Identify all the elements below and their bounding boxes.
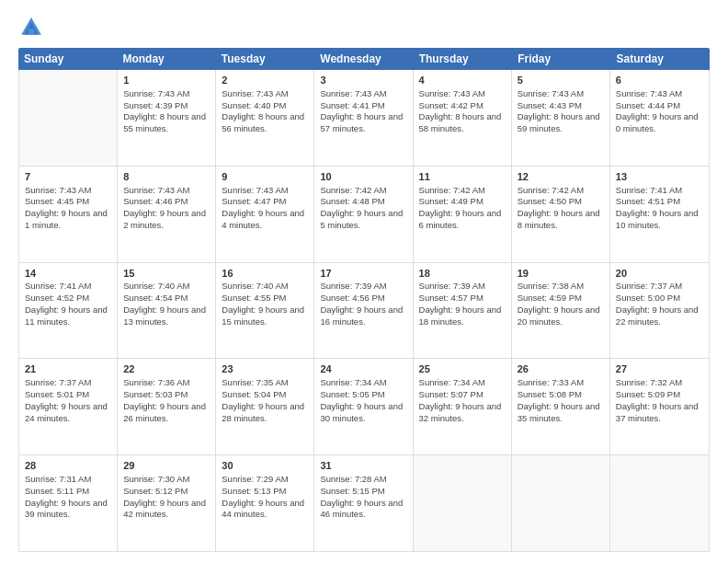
calendar-body: 1Sunrise: 7:43 AMSunset: 4:39 PMDaylight… bbox=[18, 70, 710, 552]
day-cell: 26Sunrise: 7:33 AMSunset: 5:08 PMDayligh… bbox=[512, 359, 610, 454]
day-info: Sunrise: 7:42 AMSunset: 4:48 PMDaylight:… bbox=[320, 185, 406, 232]
day-number: 7 bbox=[25, 170, 111, 184]
day-info: Sunrise: 7:43 AMSunset: 4:47 PMDaylight:… bbox=[222, 185, 308, 232]
header-cell-sunday: Sunday bbox=[18, 48, 117, 70]
day-cell: 18Sunrise: 7:39 AMSunset: 4:57 PMDayligh… bbox=[414, 263, 512, 359]
day-cell: 15Sunrise: 7:40 AMSunset: 4:54 PMDayligh… bbox=[118, 263, 216, 359]
day-number: 21 bbox=[25, 362, 111, 376]
day-cell: 19Sunrise: 7:38 AMSunset: 4:59 PMDayligh… bbox=[512, 263, 610, 359]
day-number: 12 bbox=[518, 170, 604, 184]
day-info: Sunrise: 7:43 AMSunset: 4:43 PMDaylight:… bbox=[518, 88, 604, 135]
week-row-3: 14Sunrise: 7:41 AMSunset: 4:52 PMDayligh… bbox=[19, 263, 709, 360]
logo-icon bbox=[18, 15, 44, 40]
header-cell-monday: Monday bbox=[117, 48, 215, 70]
day-cell: 9Sunrise: 7:43 AMSunset: 4:47 PMDaylight… bbox=[216, 167, 314, 262]
day-cell: 30Sunrise: 7:29 AMSunset: 5:13 PMDayligh… bbox=[216, 455, 314, 551]
day-cell bbox=[414, 455, 512, 551]
day-info: Sunrise: 7:42 AMSunset: 4:49 PMDaylight:… bbox=[419, 185, 506, 232]
day-info: Sunrise: 7:38 AMSunset: 4:59 PMDaylight:… bbox=[518, 281, 604, 327]
page: SundayMondayTuesdayWednesdayThursdayFrid… bbox=[0, 0, 728, 563]
day-number: 27 bbox=[616, 362, 703, 376]
day-number: 25 bbox=[419, 362, 506, 376]
calendar: SundayMondayTuesdayWednesdayThursdayFrid… bbox=[18, 48, 710, 552]
day-info: Sunrise: 7:28 AMSunset: 5:15 PMDaylight:… bbox=[320, 474, 406, 521]
day-cell bbox=[19, 70, 118, 166]
header-cell-wednesday: Wednesday bbox=[314, 48, 413, 70]
day-cell: 11Sunrise: 7:42 AMSunset: 4:49 PMDayligh… bbox=[414, 167, 512, 262]
day-info: Sunrise: 7:41 AMSunset: 4:51 PMDaylight:… bbox=[616, 185, 703, 232]
day-info: Sunrise: 7:37 AMSunset: 5:01 PMDaylight:… bbox=[25, 377, 111, 424]
day-info: Sunrise: 7:33 AMSunset: 5:08 PMDaylight:… bbox=[518, 377, 604, 424]
day-info: Sunrise: 7:43 AMSunset: 4:40 PMDaylight:… bbox=[222, 88, 308, 135]
day-cell: 27Sunrise: 7:32 AMSunset: 5:09 PMDayligh… bbox=[610, 359, 709, 454]
day-cell: 23Sunrise: 7:35 AMSunset: 5:04 PMDayligh… bbox=[216, 359, 314, 454]
day-cell: 2Sunrise: 7:43 AMSunset: 4:40 PMDaylight… bbox=[216, 70, 314, 166]
day-cell: 17Sunrise: 7:39 AMSunset: 4:56 PMDayligh… bbox=[314, 263, 413, 359]
day-number: 19 bbox=[518, 267, 604, 281]
day-cell: 28Sunrise: 7:31 AMSunset: 5:11 PMDayligh… bbox=[19, 455, 118, 551]
day-info: Sunrise: 7:34 AMSunset: 5:05 PMDaylight:… bbox=[320, 377, 406, 424]
day-number: 5 bbox=[518, 74, 604, 87]
header-cell-thursday: Thursday bbox=[414, 48, 512, 70]
week-row-4: 21Sunrise: 7:37 AMSunset: 5:01 PMDayligh… bbox=[19, 359, 709, 455]
day-info: Sunrise: 7:39 AMSunset: 4:57 PMDaylight:… bbox=[419, 281, 506, 327]
day-cell bbox=[610, 455, 709, 551]
day-cell bbox=[512, 455, 610, 551]
day-number: 6 bbox=[616, 74, 703, 87]
week-row-5: 28Sunrise: 7:31 AMSunset: 5:11 PMDayligh… bbox=[19, 455, 709, 551]
day-info: Sunrise: 7:43 AMSunset: 4:41 PMDaylight:… bbox=[320, 88, 406, 135]
week-row-1: 1Sunrise: 7:43 AMSunset: 4:39 PMDaylight… bbox=[19, 70, 709, 167]
day-cell: 14Sunrise: 7:41 AMSunset: 4:52 PMDayligh… bbox=[19, 263, 118, 359]
header-cell-friday: Friday bbox=[512, 48, 610, 70]
day-number: 9 bbox=[222, 170, 308, 184]
day-number: 26 bbox=[518, 362, 604, 376]
day-info: Sunrise: 7:30 AMSunset: 5:12 PMDaylight:… bbox=[123, 474, 210, 521]
day-cell: 16Sunrise: 7:40 AMSunset: 4:55 PMDayligh… bbox=[216, 263, 314, 359]
week-row-2: 7Sunrise: 7:43 AMSunset: 4:45 PMDaylight… bbox=[19, 167, 709, 263]
day-number: 16 bbox=[222, 267, 308, 281]
day-cell: 6Sunrise: 7:43 AMSunset: 4:44 PMDaylight… bbox=[610, 70, 709, 166]
header-cell-tuesday: Tuesday bbox=[216, 48, 314, 70]
day-number: 3 bbox=[320, 74, 406, 87]
day-cell: 25Sunrise: 7:34 AMSunset: 5:07 PMDayligh… bbox=[414, 359, 512, 454]
day-number: 28 bbox=[25, 459, 111, 473]
day-number: 22 bbox=[123, 362, 210, 376]
day-cell: 22Sunrise: 7:36 AMSunset: 5:03 PMDayligh… bbox=[118, 359, 216, 454]
day-info: Sunrise: 7:34 AMSunset: 5:07 PMDaylight:… bbox=[419, 377, 506, 424]
day-number: 17 bbox=[320, 267, 406, 281]
day-number: 2 bbox=[222, 74, 308, 87]
day-cell: 1Sunrise: 7:43 AMSunset: 4:39 PMDaylight… bbox=[118, 70, 216, 166]
day-number: 31 bbox=[320, 459, 406, 473]
day-info: Sunrise: 7:37 AMSunset: 5:00 PMDaylight:… bbox=[616, 281, 703, 327]
day-number: 15 bbox=[123, 267, 210, 281]
day-info: Sunrise: 7:41 AMSunset: 4:52 PMDaylight:… bbox=[25, 281, 111, 327]
day-info: Sunrise: 7:40 AMSunset: 4:54 PMDaylight:… bbox=[123, 281, 210, 327]
day-info: Sunrise: 7:40 AMSunset: 4:55 PMDaylight:… bbox=[222, 281, 308, 327]
day-info: Sunrise: 7:29 AMSunset: 5:13 PMDaylight:… bbox=[222, 474, 308, 521]
day-info: Sunrise: 7:43 AMSunset: 4:46 PMDaylight:… bbox=[123, 185, 210, 232]
day-info: Sunrise: 7:31 AMSunset: 5:11 PMDaylight:… bbox=[25, 474, 111, 521]
day-info: Sunrise: 7:32 AMSunset: 5:09 PMDaylight:… bbox=[616, 377, 703, 424]
header-cell-saturday: Saturday bbox=[611, 48, 710, 70]
day-info: Sunrise: 7:35 AMSunset: 5:04 PMDaylight:… bbox=[222, 377, 308, 424]
calendar-header: SundayMondayTuesdayWednesdayThursdayFrid… bbox=[18, 48, 710, 70]
day-number: 13 bbox=[616, 170, 703, 184]
day-number: 30 bbox=[222, 459, 308, 473]
day-cell: 5Sunrise: 7:43 AMSunset: 4:43 PMDaylight… bbox=[512, 70, 610, 166]
day-cell: 20Sunrise: 7:37 AMSunset: 5:00 PMDayligh… bbox=[610, 263, 709, 359]
logo bbox=[18, 15, 48, 40]
day-cell: 12Sunrise: 7:42 AMSunset: 4:50 PMDayligh… bbox=[512, 167, 610, 262]
day-number: 20 bbox=[616, 267, 703, 281]
day-cell: 21Sunrise: 7:37 AMSunset: 5:01 PMDayligh… bbox=[19, 359, 118, 454]
day-info: Sunrise: 7:43 AMSunset: 4:39 PMDaylight:… bbox=[123, 88, 210, 135]
day-cell: 3Sunrise: 7:43 AMSunset: 4:41 PMDaylight… bbox=[314, 70, 413, 166]
day-number: 18 bbox=[419, 267, 506, 281]
day-number: 8 bbox=[123, 170, 210, 184]
day-number: 11 bbox=[419, 170, 506, 184]
day-info: Sunrise: 7:39 AMSunset: 4:56 PMDaylight:… bbox=[320, 281, 406, 327]
day-cell: 29Sunrise: 7:30 AMSunset: 5:12 PMDayligh… bbox=[118, 455, 216, 551]
day-number: 24 bbox=[320, 362, 406, 376]
svg-rect-2 bbox=[28, 29, 34, 35]
day-info: Sunrise: 7:36 AMSunset: 5:03 PMDaylight:… bbox=[123, 377, 210, 424]
day-info: Sunrise: 7:43 AMSunset: 4:44 PMDaylight:… bbox=[616, 88, 703, 135]
